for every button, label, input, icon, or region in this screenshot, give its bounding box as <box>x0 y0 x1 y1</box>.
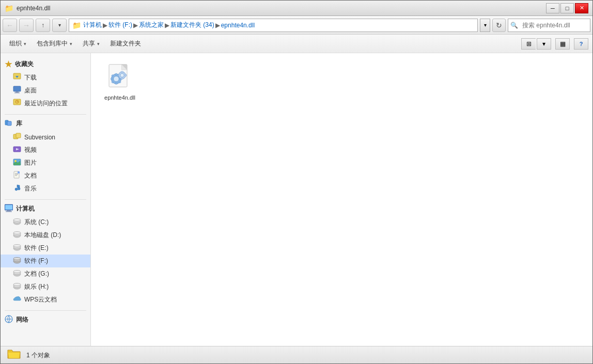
sidebar-item-drive-d-label: 本地磁盘 (D:) <box>24 231 61 240</box>
search-box[interactable]: 🔍 🔍 <box>508 19 590 32</box>
recent-button[interactable]: ▾ <box>52 19 67 32</box>
sidebar-item-desktop[interactable]: 桌面 <box>1 84 90 97</box>
svg-point-40 <box>13 258 21 260</box>
sidebar-item-pictures-label: 图片 <box>24 159 37 167</box>
sidebar-item-drive-f[interactable]: 软件 (F:) <box>1 255 90 267</box>
sidebar-computer-header[interactable]: 计算机 <box>1 202 90 216</box>
sidebar-item-video-label: 视频 <box>24 146 37 154</box>
address-bar: ← → ↑ ▾ 📁 计算机 ▶ 软件 (F:) ▶ 系统之家 ▶ 新建文件夹 (… <box>1 16 592 35</box>
svg-rect-4 <box>14 92 20 93</box>
include-library-label: 包含到库中 <box>37 39 68 48</box>
sidebar-divider-1 <box>5 114 86 115</box>
video-icon <box>13 145 21 155</box>
sidebar-item-drive-e[interactable]: 软件 (E:) <box>1 242 90 255</box>
organize-dropdown-icon: ▾ <box>24 41 26 46</box>
new-folder-label: 新建文件夹 <box>110 39 141 48</box>
sidebar-item-music-label: 音乐 <box>24 184 37 193</box>
maximize-button[interactable]: □ <box>560 3 574 13</box>
desktop-icon <box>13 86 21 96</box>
music-icon <box>13 184 21 194</box>
sidebar-item-drive-c[interactable]: 系统 (C:) <box>1 216 90 229</box>
refresh-button[interactable]: ↻ <box>492 19 506 32</box>
svg-rect-2 <box>13 86 21 91</box>
svg-rect-65 <box>121 77 123 80</box>
drive-g-icon <box>13 269 21 279</box>
title-bar-controls: ─ □ ✕ <box>546 3 588 13</box>
sidebar-item-download[interactable]: 下载 <box>1 71 90 84</box>
svg-rect-10 <box>7 121 11 125</box>
drive-f-icon <box>13 256 21 266</box>
sidebar-item-drive-e-label: 软件 (E:) <box>24 244 49 252</box>
new-folder-button[interactable]: 新建文件夹 <box>105 37 146 51</box>
content-area: epnhte4n.dll <box>91 53 592 346</box>
sidebar-computer-label: 计算机 <box>16 204 35 213</box>
share-dropdown-icon: ▾ <box>97 41 100 46</box>
sidebar-item-drive-g-label: 文档 (G:) <box>24 270 49 278</box>
sidebar-favorites-header[interactable]: ★ 收藏夹 <box>1 57 90 71</box>
svg-point-63 <box>120 73 124 77</box>
back-button[interactable]: ← <box>3 19 17 32</box>
sidebar-network-header[interactable]: 网络 <box>1 313 90 327</box>
drive-h-icon <box>13 282 21 292</box>
subversion-icon <box>13 132 21 142</box>
sidebar-favorites-label: 收藏夹 <box>15 60 34 69</box>
sidebar-item-wps-cloud-label: WPS云文档 <box>24 295 57 304</box>
status-folder-icon <box>7 348 21 363</box>
sidebar-item-desktop-label: 桌面 <box>24 86 37 95</box>
file-item-dll[interactable]: epnhte4n.dll <box>99 61 141 103</box>
sidebar-item-wps-cloud[interactable]: WPS云文档 <box>1 293 90 306</box>
svg-rect-55 <box>115 82 117 84</box>
path-segment-computer[interactable]: 计算机 <box>83 21 102 29</box>
sidebar-item-music[interactable]: 音乐 <box>1 182 90 195</box>
title-bar: 📁 epnhte4n.dll ─ □ ✕ <box>1 1 592 16</box>
sidebar-item-drive-h[interactable]: 娱乐 (H:) <box>1 280 90 293</box>
svg-rect-67 <box>125 74 127 76</box>
pictures-icon <box>13 158 21 168</box>
svg-rect-54 <box>115 73 117 75</box>
sidebar: ★ 收藏夹 下载 <box>1 53 91 346</box>
close-button[interactable]: ✕ <box>575 3 588 13</box>
svg-point-37 <box>13 245 21 247</box>
sidebar-item-drive-c-label: 系统 (C:) <box>24 218 49 227</box>
address-path-bar[interactable]: 📁 计算机 ▶ 软件 (F:) ▶ 系统之家 ▶ 新建文件夹 (34) ▶ ep… <box>69 19 478 32</box>
preview-pane-button[interactable]: ▦ <box>555 38 570 50</box>
sidebar-divider-3 <box>5 310 86 311</box>
sidebar-item-drive-d[interactable]: 本地磁盘 (D:) <box>1 229 90 242</box>
sidebar-libraries-header[interactable]: 库 <box>1 117 90 131</box>
help-button[interactable]: ? <box>574 38 588 50</box>
path-segment-file[interactable]: epnhte4n.dll <box>221 22 255 29</box>
sidebar-network-section: 网络 <box>1 313 90 327</box>
sidebar-item-subversion[interactable]: Subversion <box>1 131 90 144</box>
sidebar-item-video[interactable]: 视频 <box>1 144 90 156</box>
sidebar-divider-2 <box>5 199 86 200</box>
organize-button[interactable]: 组织 ▾ <box>5 37 31 51</box>
minimize-button[interactable]: ─ <box>546 3 559 13</box>
sidebar-network-label: 网络 <box>16 315 28 324</box>
path-segment-folder34[interactable]: 新建文件夹 (34) <box>170 21 214 29</box>
sidebar-item-drive-g[interactable]: 文档 (G:) <box>1 267 90 280</box>
sidebar-item-recent[interactable]: 最近访问的位置 <box>1 97 90 110</box>
path-segment-xzj[interactable]: 系统之家 <box>139 21 164 29</box>
view-list-button[interactable]: ⊞ <box>521 38 536 50</box>
share-button[interactable]: 共享 ▾ <box>78 37 104 51</box>
forward-button[interactable]: → <box>19 19 34 32</box>
up-button[interactable]: ↑ <box>36 19 50 32</box>
search-icon: 🔍 <box>508 22 520 29</box>
network-icon <box>5 315 13 325</box>
address-dropdown-button[interactable]: ▾ <box>480 19 490 32</box>
include-library-button[interactable]: 包含到库中 ▾ <box>32 37 77 51</box>
view-dropdown-button[interactable]: ▾ <box>537 38 551 50</box>
path-segment-drive[interactable]: 软件 (F:) <box>108 21 132 29</box>
svg-rect-12 <box>16 133 21 138</box>
sidebar-item-drive-f-label: 软件 (F:) <box>24 257 48 265</box>
drive-c-icon <box>13 217 21 227</box>
star-icon: ★ <box>5 59 12 69</box>
sidebar-item-pictures[interactable]: 图片 <box>1 156 90 169</box>
dll-file-icon <box>105 64 134 92</box>
sidebar-item-documents[interactable]: 文档 <box>1 169 90 182</box>
svg-rect-56 <box>111 78 113 80</box>
path-folder-icon: 📁 <box>72 21 81 29</box>
sidebar-computer-section: 计算机 系统 (C:) 本地磁盘 (D:) 软件 (E:) <box>1 202 90 306</box>
svg-rect-3 <box>15 91 19 92</box>
search-input[interactable] <box>520 22 593 29</box>
